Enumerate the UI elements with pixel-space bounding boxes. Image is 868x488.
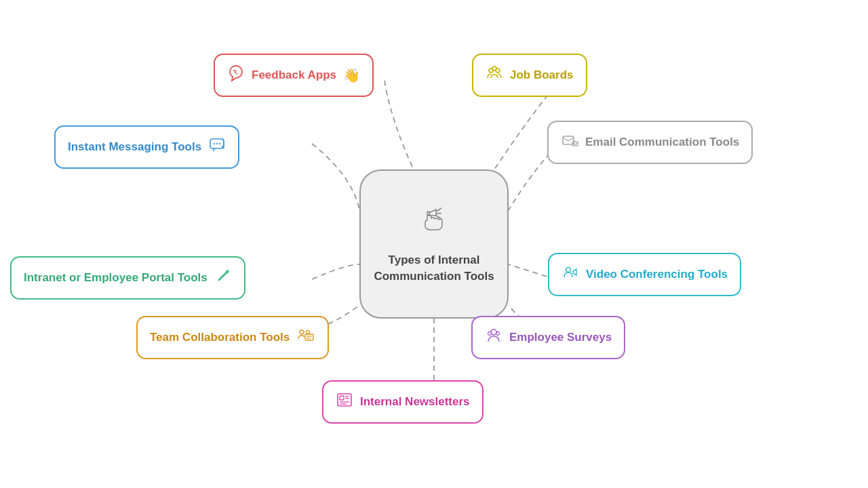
svg-point-12 [300, 330, 304, 334]
svg-point-1 [236, 73, 237, 75]
svg-point-7 [216, 143, 218, 144]
svg-point-4 [492, 66, 496, 70]
email-icon [561, 131, 578, 153]
svg-rect-13 [305, 334, 313, 340]
messaging-label: Instant Messaging Tools [68, 140, 201, 154]
svg-rect-21 [340, 396, 344, 400]
svg-point-8 [219, 143, 220, 144]
center-node: Types of Internal Communication Tools [359, 169, 509, 319]
messaging-icon [208, 136, 226, 158]
surveys-label: Employee Surveys [509, 331, 612, 344]
node-jobboards: Job Boards [472, 54, 587, 97]
node-feedback: Feedback Apps 👋 [214, 54, 374, 97]
node-teamcollab: Team Collaboration Tools [136, 316, 329, 359]
newsletters-label: Internal Newsletters [360, 395, 470, 409]
intranet-icon [214, 267, 232, 289]
feedback-hand-icon: 👋 [343, 67, 360, 83]
diagram-container: .dashed-line { stroke: #999; stroke-widt… [0, 0, 868, 488]
node-surveys: Employee Surveys [471, 316, 625, 359]
intranet-label: Intranet or Employee Portal Tools [24, 271, 208, 285]
feedback-icon [227, 64, 245, 86]
svg-point-11 [566, 268, 571, 272]
svg-point-14 [307, 331, 310, 334]
jobboards-label: Job Boards [510, 68, 574, 82]
node-intranet: Intranet or Employee Portal Tools [10, 256, 245, 300]
svg-point-17 [491, 329, 496, 335]
teamcollab-icon [296, 327, 315, 348]
surveys-icon [485, 327, 502, 348]
center-icon [416, 203, 453, 247]
newsletters-icon [336, 391, 353, 413]
video-label: Video Conferencing Tools [586, 268, 728, 281]
center-title: Types of Internal Communication Tools [361, 252, 507, 285]
feedback-label: Feedback Apps [252, 68, 336, 82]
teamcollab-label: Team Collaboration Tools [150, 331, 290, 344]
svg-point-6 [214, 143, 215, 144]
node-newsletters: Internal Newsletters [322, 380, 484, 424]
video-icon [561, 264, 579, 285]
jobboards-icon [486, 64, 503, 86]
node-messaging: Instant Messaging Tools [54, 125, 239, 169]
node-email: Email Communication Tools [547, 121, 753, 164]
email-label: Email Communication Tools [585, 136, 739, 149]
node-video: Video Conferencing Tools [548, 253, 741, 296]
